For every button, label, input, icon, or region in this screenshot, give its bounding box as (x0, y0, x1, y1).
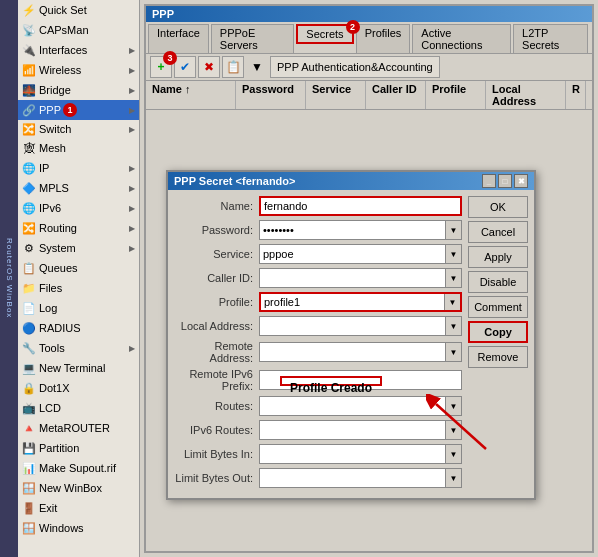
label-limit-bytes-out: Limit Bytes Out: (174, 472, 259, 484)
routing-icon: 🔀 (22, 221, 36, 235)
sidebar-item-new-winbox[interactable]: 🪟 New WinBox (18, 478, 139, 498)
tab-l2tp-secrets[interactable]: L2TP Secrets (513, 24, 588, 53)
add-button[interactable]: + 3 (150, 56, 172, 78)
service-dropdown-btn[interactable]: ▼ (445, 245, 461, 263)
ok-button[interactable]: OK (468, 196, 528, 218)
queues-icon: 📋 (22, 261, 36, 275)
limit-bytes-out-input[interactable] (260, 469, 445, 487)
auth-button[interactable]: PPP Authentication&Accounting (270, 56, 440, 78)
sidebar-items: ⚡ Quick Set 📡 CAPsMan 🔌 Interfaces ▶ 📶 W… (18, 0, 139, 557)
copy-button[interactable]: 📋 (222, 56, 244, 78)
tab-profiles[interactable]: Profiles (356, 24, 411, 53)
sidebar-item-wireless[interactable]: 📶 Wireless ▶ (18, 60, 139, 80)
remote-address-dropdown-btn[interactable]: ▼ (445, 343, 461, 361)
terminal-icon: 💻 (22, 361, 36, 375)
dialog-form: Name: Password: ▼ (174, 196, 462, 492)
sidebar-item-bridge[interactable]: 🌉 Bridge ▶ (18, 80, 139, 100)
sidebar-item-tools[interactable]: 🔧 Tools ▶ (18, 338, 139, 358)
label-remote-address: Remote Address: (174, 340, 259, 364)
password-input[interactable] (260, 221, 445, 239)
tab-pppoe-servers[interactable]: PPPoE Servers (211, 24, 295, 53)
dialog-body: Name: Password: ▼ (168, 190, 534, 498)
sidebar-item-switch[interactable]: 🔀 Switch ▶ (18, 120, 139, 138)
limit-bytes-in-input[interactable] (260, 445, 445, 463)
sidebar-item-capsman[interactable]: 📡 CAPsMan (18, 20, 139, 40)
filter-button[interactable]: ▼ (246, 56, 268, 78)
sidebar-item-windows[interactable]: 🪟 Windows (18, 518, 139, 538)
main-content: PPP Interface PPPoE Servers Secrets 2 Pr… (140, 0, 598, 557)
name-input[interactable] (261, 198, 460, 214)
sidebar-item-lcd[interactable]: 📺 LCD (18, 398, 139, 418)
sidebar-item-mpls[interactable]: 🔷 MPLS ▶ (18, 178, 139, 198)
sidebar-item-exit[interactable]: 🚪 Exit (18, 498, 139, 518)
label-password: Password: (174, 224, 259, 236)
dialog-minimize-btn[interactable]: _ (482, 174, 496, 188)
password-dropdown-btn[interactable]: ▼ (445, 221, 461, 239)
ppp-badge: 1 (63, 103, 77, 117)
label-remote-ipv6: Remote IPv6 Prefix: (174, 368, 259, 392)
sidebar-item-interfaces[interactable]: 🔌 Interfaces ▶ (18, 40, 139, 60)
routes-input[interactable] (260, 397, 445, 415)
label-limit-bytes-in: Limit Bytes In: (174, 448, 259, 460)
sidebar-label-routing: Routing (39, 222, 77, 234)
sidebar-item-ipv6[interactable]: 🌐 IPv6 ▶ (18, 198, 139, 218)
profile-dropdown-btn[interactable]: ▼ (444, 294, 460, 310)
auth-label: PPP Authentication&Accounting (277, 61, 433, 73)
dialog-close-btn[interactable]: ✖ (514, 174, 528, 188)
tab-secrets-label: Secrets (306, 28, 343, 40)
tab-interface[interactable]: Interface (148, 24, 209, 53)
disable-button[interactable]: Disable (468, 271, 528, 293)
routes-dropdown-btn[interactable]: ▼ (445, 397, 461, 415)
delete-button[interactable]: ✖ (198, 56, 220, 78)
sidebar-item-queues[interactable]: 📋 Queues (18, 258, 139, 278)
mesh-icon: 🕸 (22, 141, 36, 155)
sidebar-item-ip[interactable]: 🌐 IP ▶ (18, 158, 139, 178)
sidebar-label-interfaces: Interfaces (39, 44, 87, 56)
tab-active-connections[interactable]: Active Connections (412, 24, 511, 53)
sidebar-item-system[interactable]: ⚙ System ▶ (18, 238, 139, 258)
check-button[interactable]: ✔ (174, 56, 196, 78)
sidebar-item-files[interactable]: 📁 Files (18, 278, 139, 298)
form-row-remote-ipv6: Remote IPv6 Prefix: Profile Creado (174, 368, 462, 392)
tools-icon: 🔧 (22, 341, 36, 355)
supout-icon: 📊 (22, 461, 36, 475)
comment-button[interactable]: Comment (468, 296, 528, 318)
local-address-dropdown-btn[interactable]: ▼ (445, 317, 461, 335)
profile-input[interactable] (261, 294, 444, 310)
limit-bytes-in-dropdown-btn[interactable]: ▼ (445, 445, 461, 463)
label-profile: Profile: (174, 296, 259, 308)
winbox-icon: 🪟 (22, 481, 36, 495)
remote-address-input[interactable] (260, 343, 445, 361)
ipv6-routes-dropdown-btn[interactable]: ▼ (445, 421, 461, 439)
ppp-main-area: PPP Secret <fernando> _ □ ✖ Name: (146, 110, 592, 551)
sidebar-item-log[interactable]: 📄 Log (18, 298, 139, 318)
sidebar-label-wireless: Wireless (39, 64, 81, 76)
service-input[interactable] (260, 245, 445, 263)
sidebar-item-new-terminal[interactable]: 💻 New Terminal (18, 358, 139, 378)
apply-button[interactable]: Apply (468, 246, 528, 268)
sidebar-item-dot1x[interactable]: 🔒 Dot1X (18, 378, 139, 398)
partition-icon: 💾 (22, 441, 36, 455)
ipv6-routes-input[interactable] (260, 421, 445, 439)
sidebar-item-mesh[interactable]: 🕸 Mesh (18, 138, 139, 158)
sidebar-item-supout[interactable]: 📊 Make Supout.rif (18, 458, 139, 478)
cancel-button[interactable]: Cancel (468, 221, 528, 243)
local-address-input[interactable] (260, 317, 445, 335)
profile-input-wrapper: ▼ (259, 292, 462, 312)
sidebar-item-quick-set[interactable]: ⚡ Quick Set (18, 0, 139, 20)
sidebar-item-metarouter[interactable]: 🔺 MetaROUTER (18, 418, 139, 438)
switch-arrow: ▶ (129, 125, 135, 134)
limit-bytes-out-dropdown-btn[interactable]: ▼ (445, 469, 461, 487)
sidebar-item-ppp[interactable]: 🔗 PPP 1 ▶ (18, 100, 139, 120)
remove-button[interactable]: Remove (468, 346, 528, 368)
caller-id-dropdown-btn[interactable]: ▼ (445, 269, 461, 287)
dialog-maximize-btn[interactable]: □ (498, 174, 512, 188)
sidebar-label-lcd: LCD (39, 402, 61, 414)
sidebar-item-radius[interactable]: 🔵 RADIUS (18, 318, 139, 338)
sidebar-label-exit: Exit (39, 502, 57, 514)
sidebar-label-queues: Queues (39, 262, 78, 274)
sidebar-item-routing[interactable]: 🔀 Routing ▶ (18, 218, 139, 238)
sidebar-item-partition[interactable]: 💾 Partition (18, 438, 139, 458)
copy-secret-button[interactable]: Copy (468, 321, 528, 343)
caller-id-input[interactable] (260, 269, 445, 287)
